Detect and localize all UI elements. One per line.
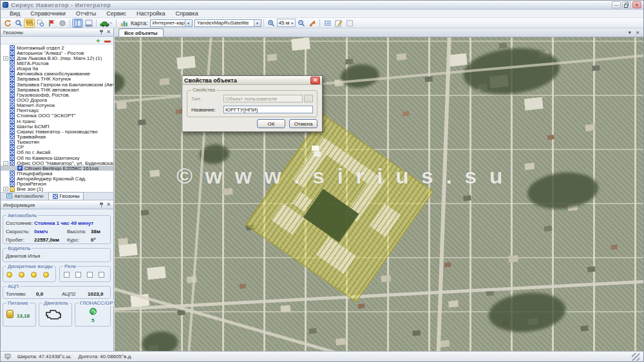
close-panel-icon[interactable]: ✕ bbox=[106, 30, 111, 35]
tree-item[interactable]: Заправка ТНК Хотунок bbox=[1, 77, 113, 82]
list-button[interactable] bbox=[322, 19, 333, 28]
name-field[interactable]: ЮРГТУ(НПИ) bbox=[223, 106, 313, 113]
sidebar-tab-vehicles[interactable]: Автомобили bbox=[2, 192, 48, 200]
minimize-button[interactable]: — bbox=[612, 1, 621, 8]
zoom-out-icon bbox=[298, 19, 305, 27]
panels-toggle[interactable] bbox=[72, 19, 83, 28]
resize-grip[interactable] bbox=[632, 353, 639, 361]
tree-item[interactable]: Сириус Навигатор - производство bbox=[1, 129, 113, 134]
search-button[interactable] bbox=[13, 19, 24, 28]
map-watermark: © w w w . s i r i u s . s u bbox=[176, 164, 506, 189]
map-tab-all-objects[interactable]: Все объекты bbox=[118, 28, 164, 37]
tree-item[interactable]: ПромРегион bbox=[1, 182, 113, 187]
menu-item[interactable]: Сервис bbox=[101, 10, 131, 17]
tree-item[interactable]: Стоянка ООО "ЭСКОРТ" bbox=[1, 113, 113, 119]
menu-item[interactable]: Справка bbox=[170, 10, 203, 17]
tree-item[interactable]: Искра 9а bbox=[1, 66, 113, 71]
geozone-icon bbox=[10, 55, 15, 61]
edit-button[interactable] bbox=[333, 19, 344, 28]
sidebar: Геозоны ✕ ＋ ▬ Монтажный отдел 2Авторынок… bbox=[1, 28, 114, 351]
close-panel-icon[interactable]: ✕ bbox=[106, 202, 111, 207]
relay-checkbox[interactable] bbox=[99, 272, 104, 278]
add-geozone-button[interactable]: ＋ bbox=[95, 37, 101, 44]
input-lamp-icon bbox=[19, 272, 24, 278]
remove-geozone-button[interactable]: ▬ bbox=[104, 37, 111, 44]
ellipsis-button[interactable]: ... bbox=[304, 95, 313, 102]
tree-item[interactable]: Тьюкотян bbox=[1, 140, 113, 145]
longitude-value: Долгота: 40.08605°в.д. bbox=[78, 354, 132, 359]
tree-item[interactable]: Авторынок "Алмаз" - Ростов bbox=[1, 50, 113, 55]
show-geozones-toggle[interactable] bbox=[24, 19, 35, 28]
folder-icon bbox=[10, 187, 15, 192]
map-layer-value: YandexMapRuSatellite bbox=[197, 20, 254, 26]
map-scale-combo[interactable]: 45 м ▼ bbox=[277, 19, 296, 27]
tree-item[interactable]: Н-транс bbox=[1, 119, 113, 124]
expander-spacer bbox=[3, 140, 8, 144]
relay-checkbox[interactable] bbox=[87, 272, 93, 278]
restore-button[interactable] bbox=[622, 1, 631, 8]
relay-checkbox[interactable] bbox=[64, 272, 70, 278]
tab-list-dropdown-icon[interactable]: ▼ bbox=[627, 30, 632, 35]
close-button[interactable]: ✕ bbox=[632, 1, 641, 8]
map-layer-combo[interactable]: YandexMapRuSatellite ▼ bbox=[194, 19, 261, 27]
tree-item[interactable]: Заправка Газпром на Баклановском (Автово… bbox=[1, 82, 113, 87]
expander-spacer bbox=[3, 51, 8, 55]
ok-button[interactable]: ОК bbox=[257, 119, 285, 128]
tree-item[interactable]: ООО Дорога bbox=[1, 97, 113, 102]
record-button[interactable] bbox=[57, 19, 68, 28]
zoom-out-button[interactable] bbox=[296, 19, 307, 28]
menu-item[interactable]: Справочники bbox=[25, 10, 71, 17]
grid-view-button[interactable] bbox=[344, 19, 355, 28]
tree-item[interactable]: Автомойка самообслуживание bbox=[1, 71, 113, 77]
tree-item[interactable]: Птицефабрика bbox=[1, 171, 113, 176]
tree-item[interactable]: Шахты БСМП bbox=[1, 124, 113, 129]
tree-item[interactable]: Монтажный отдел 2 bbox=[1, 45, 113, 50]
tree-item[interactable]: Магнит-Хотунок bbox=[1, 103, 113, 108]
tree-item[interactable]: +Дом Лыкова В.Ю. (пер. Магн.12) (1) bbox=[1, 55, 113, 61]
tree-item[interactable]: Об по г. Аксай bbox=[1, 150, 113, 155]
vehicle-menu-button[interactable] bbox=[99, 19, 114, 28]
tree-item[interactable]: СР bbox=[1, 145, 113, 150]
expander-spacer bbox=[3, 88, 8, 92]
map-scale-value: 45 м bbox=[279, 20, 290, 26]
geozone-icon bbox=[10, 71, 15, 77]
zoom-select-button[interactable] bbox=[35, 19, 46, 28]
dialog-close-button[interactable]: ✕ bbox=[310, 77, 320, 84]
menu-item[interactable]: Отчёты bbox=[71, 10, 101, 17]
geozone-icon bbox=[10, 92, 15, 97]
tree-item[interactable]: Пентхаус bbox=[1, 108, 113, 113]
tree-item[interactable]: Грузовозофф, Ростов. bbox=[1, 92, 113, 97]
chevron-down-icon: ▼ bbox=[185, 20, 192, 26]
menu-item[interactable]: Настройка bbox=[131, 10, 170, 17]
tree-item[interactable]: Заправка ТНК автовокзал bbox=[1, 87, 113, 92]
close-tab-icon[interactable]: ✕ bbox=[636, 30, 639, 35]
tree-item[interactable]: Трамвайная bbox=[1, 134, 113, 139]
track-button[interactable] bbox=[307, 19, 317, 28]
tree-item[interactable]: PCitroen Berlingo Е205КС 161rus bbox=[1, 166, 113, 171]
expander-plus-icon[interactable]: + bbox=[3, 187, 8, 191]
tree-item[interactable]: Авторейнджер Красный Сад. bbox=[1, 176, 113, 182]
glonass-gps-icon bbox=[90, 308, 97, 315]
sidebar-tab-geozones[interactable]: Геозоны bbox=[48, 192, 84, 200]
relay-checkbox[interactable] bbox=[75, 272, 81, 278]
expander-minus-icon[interactable]: − bbox=[3, 161, 8, 166]
dialog-title-bar[interactable]: Свойства объекта ✕ bbox=[182, 76, 322, 85]
expander-plus-icon[interactable]: + bbox=[3, 56, 8, 61]
flag-button[interactable] bbox=[46, 19, 57, 28]
panels-icon bbox=[74, 19, 82, 27]
layout-button[interactable] bbox=[83, 19, 94, 28]
chart-button[interactable] bbox=[118, 19, 129, 28]
refresh-button[interactable] bbox=[2, 19, 13, 28]
pin-icon[interactable] bbox=[99, 202, 104, 207]
map-provider-combo[interactable]: Интернет-карты ▼ bbox=[150, 19, 193, 27]
tree-item-label: Грузовозофф, Ростов. bbox=[17, 92, 70, 97]
menu-item[interactable]: Вид bbox=[5, 10, 25, 17]
pin-icon[interactable] bbox=[99, 30, 104, 35]
app-logo-icon bbox=[3, 2, 8, 8]
cancel-button[interactable]: Отмена bbox=[289, 119, 317, 128]
tree-item[interactable]: Об по Каменск-Шахтинску bbox=[1, 155, 113, 160]
zoom-in-button[interactable] bbox=[266, 19, 277, 28]
tree-item[interactable]: −Офис ООО "Навигатор", ул. Буденовская, … bbox=[1, 160, 113, 166]
tree-item[interactable]: МЕГА-Ростов bbox=[1, 61, 113, 66]
tree-item[interactable]: +Вне зон (1) bbox=[1, 187, 113, 192]
